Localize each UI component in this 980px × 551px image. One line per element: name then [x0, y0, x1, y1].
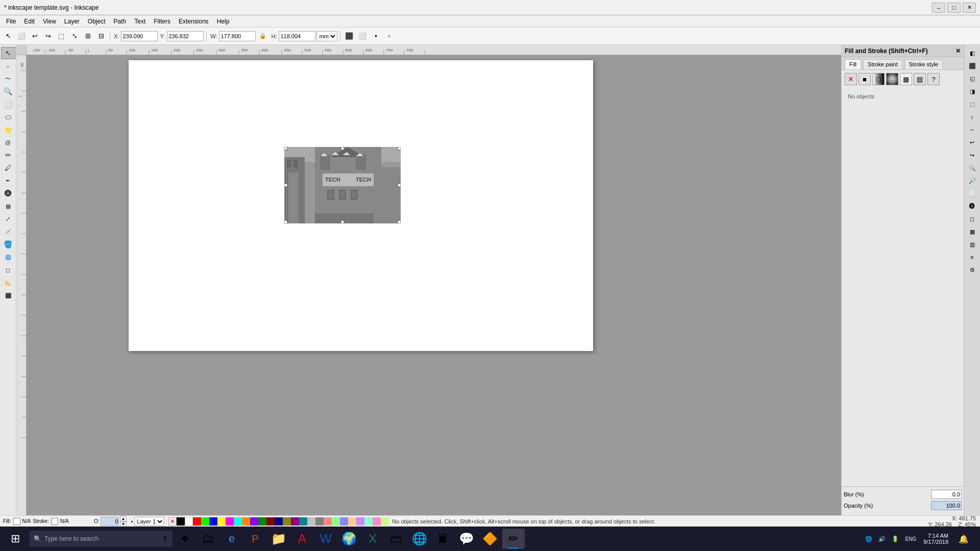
menu-view[interactable]: View	[39, 15, 60, 27]
rect-tool[interactable]: ⬜	[1, 98, 15, 110]
menu-object[interactable]: Object	[84, 15, 110, 27]
taskbar-app-app13[interactable]: 💬	[455, 529, 478, 549]
taskbar-app-word[interactable]: W	[314, 529, 337, 549]
menu-edit[interactable]: Edit	[20, 15, 39, 27]
fill-tool[interactable]: 🪣	[1, 238, 15, 251]
radial-grad-button[interactable]: ○	[886, 73, 898, 85]
h-input[interactable]	[279, 31, 315, 41]
w-input[interactable]	[219, 31, 256, 41]
color-cyan[interactable]	[234, 517, 242, 525]
color-gray[interactable]	[315, 517, 324, 525]
tab-fill[interactable]: Fill	[845, 59, 861, 69]
color-lightred[interactable]	[324, 517, 332, 525]
color-white[interactable]	[185, 517, 193, 525]
taskbar-app-acrobat[interactable]: A	[291, 529, 313, 549]
linear-grad-button[interactable]: □	[872, 73, 885, 85]
color-magenta[interactable]	[226, 517, 234, 525]
color-lavender[interactable]	[356, 517, 364, 525]
pen-tool[interactable]: 🖊	[1, 162, 15, 174]
menu-file[interactable]: File	[2, 15, 20, 27]
fr-btn-11[interactable]: 🔎	[965, 174, 979, 187]
tweak-tool[interactable]: 〜	[1, 72, 15, 85]
color-maroon[interactable]	[266, 517, 275, 525]
calligraphy-tool[interactable]: ✒	[1, 174, 15, 187]
network-icon[interactable]: 🌐	[863, 529, 874, 549]
toolbar-btn-1[interactable]: ↖	[2, 30, 14, 42]
fr-btn-8[interactable]: ↩	[965, 136, 979, 148]
color-red[interactable]	[193, 517, 201, 525]
spray-tool[interactable]: 🌀	[1, 251, 15, 263]
align-right-button[interactable]: ▪	[370, 30, 382, 42]
distribute-button[interactable]: ▫	[383, 30, 395, 42]
taskbar-app-chrome[interactable]: 🌐	[408, 529, 431, 549]
opacity-up[interactable]: ▲	[120, 516, 127, 521]
fr-btn-12[interactable]: ⬜	[965, 187, 979, 199]
unit-select[interactable]: mm px in cm	[316, 31, 337, 41]
clock-display[interactable]: 7:14 AM 9/17/2018	[920, 533, 951, 545]
tab-stroke-style[interactable]: Stroke style	[904, 59, 943, 69]
taskbar-app-calc[interactable]: 🖩	[432, 529, 454, 549]
panel-close-button[interactable]: ✕	[955, 47, 961, 55]
eraser-tool[interactable]: ◻	[1, 264, 15, 276]
dropper-tool[interactable]: 💉	[1, 226, 15, 238]
3dbox-tool[interactable]: ⬛	[1, 289, 15, 302]
fr-btn-3[interactable]: ◱	[965, 72, 979, 85]
toolbar-btn-6[interactable]: ⤡	[68, 30, 81, 42]
fr-btn-1[interactable]: ◧	[965, 47, 979, 59]
taskbar-app-excel[interactable]: X	[361, 529, 384, 549]
fr-btn-6[interactable]: ↕	[965, 111, 979, 123]
fr-btn-9[interactable]: ↪	[965, 149, 979, 161]
color-orange[interactable]	[242, 517, 250, 525]
color-teal[interactable]	[299, 517, 307, 525]
toolbar-btn-4[interactable]: ↪	[42, 30, 54, 42]
align-left-button[interactable]: ⬛	[343, 30, 355, 42]
color-green[interactable]	[258, 517, 266, 525]
fr-btn-5[interactable]: ⬚	[965, 98, 979, 110]
toolbar-btn-5[interactable]: ⬚	[55, 30, 67, 42]
tab-stroke-paint[interactable]: Stroke paint	[863, 59, 902, 69]
color-yellow[interactable]	[217, 517, 226, 525]
color-purple[interactable]	[250, 517, 258, 525]
toolbar-btn-3[interactable]: ↩	[29, 30, 41, 42]
toolbar-btn-7[interactable]: ⊞	[82, 30, 94, 42]
opacity-value-input[interactable]	[101, 517, 119, 526]
fr-btn-7[interactable]: ↔	[965, 123, 979, 136]
sound-icon[interactable]: 🔊	[876, 529, 888, 549]
fr-btn-4[interactable]: ◨	[965, 85, 979, 97]
fr-btn-16[interactable]: ▥	[965, 238, 979, 251]
menu-path[interactable]: Path	[110, 15, 131, 27]
taskbar-app-powerpoint[interactable]: P	[244, 529, 266, 549]
circle-tool[interactable]: ⬭	[1, 111, 15, 123]
no-paint-button[interactable]: ✕	[845, 73, 857, 85]
keyboard-icon[interactable]: ENG	[903, 529, 918, 549]
canvas-area[interactable]: -150 -100 -50 | 50 100 150 200 250 300	[16, 45, 841, 515]
menu-layer[interactable]: Layer	[60, 15, 84, 27]
layer-select[interactable]: Layer 1	[134, 517, 164, 526]
canvas-image[interactable]: TECH TECH	[284, 147, 401, 223]
color-lime[interactable]	[201, 517, 209, 525]
taskbar-app-ie[interactable]: e	[220, 529, 243, 549]
pattern-button[interactable]: ▦	[900, 73, 912, 85]
select-tool[interactable]: ↖	[1, 47, 15, 59]
taskbar-app-app10[interactable]: 🗃	[385, 529, 407, 549]
maximize-button[interactable]: □	[947, 3, 961, 13]
taskbar-search[interactable]: 🔍 🎙	[30, 531, 173, 547]
connector-tool[interactable]: ⤢	[1, 213, 15, 225]
color-olive[interactable]	[283, 517, 291, 525]
taskbar-app-fileexplorer[interactable]: 📁	[267, 529, 290, 549]
menu-help[interactable]: Help	[213, 15, 234, 27]
color-lightgreen[interactable]	[332, 517, 340, 525]
lock-proportions-button[interactable]: 🔒	[257, 30, 269, 42]
color-navy[interactable]	[275, 517, 283, 525]
toolbar-btn-8[interactable]: ⊟	[95, 30, 107, 42]
align-center-button[interactable]: ⬜	[356, 30, 369, 42]
y-input[interactable]	[167, 31, 204, 41]
color-tan[interactable]	[348, 517, 356, 525]
menu-filters[interactable]: Filters	[150, 15, 175, 27]
opacity-input[interactable]	[931, 501, 962, 510]
measure-tool[interactable]: 📐	[1, 277, 15, 289]
minimize-button[interactable]: –	[932, 3, 945, 13]
taskbar-app-browser[interactable]: 🌍	[338, 529, 360, 549]
node-tool[interactable]: ⬦	[1, 60, 15, 72]
fr-btn-14[interactable]: ◻	[965, 213, 979, 225]
